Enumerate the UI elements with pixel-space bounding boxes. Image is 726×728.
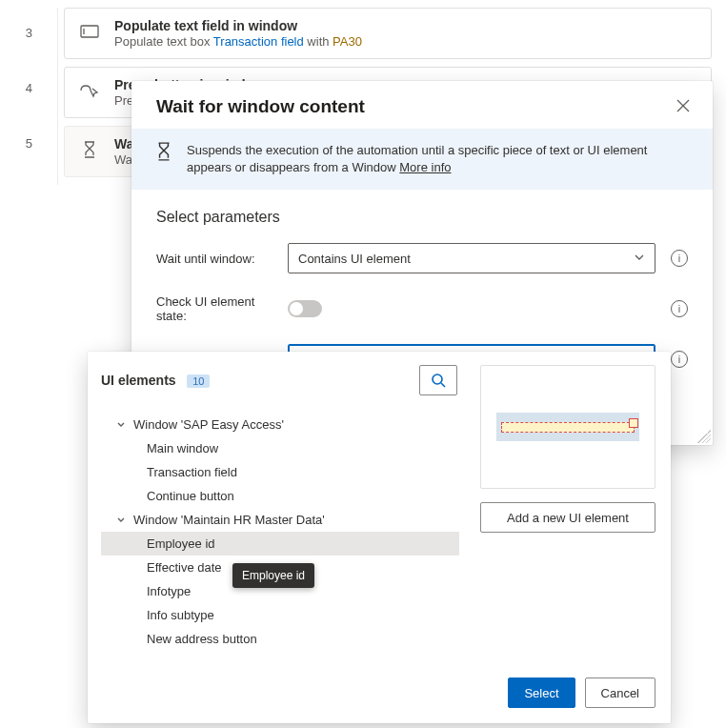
info-banner: Suspends the execution of the automation… (131, 129, 713, 190)
param-label-check-state: Check UI element state: (156, 294, 280, 323)
svg-line-5 (441, 383, 445, 387)
tree-window-node[interactable]: Window 'Maintain HR Master Data' (101, 508, 459, 532)
chevron-down-icon (116, 516, 130, 525)
step-title: Populate text field in window (114, 18, 362, 33)
select-button[interactable]: Select (508, 677, 575, 708)
step-number: 4 (0, 72, 46, 128)
search-button[interactable] (419, 365, 457, 395)
add-ui-element-button[interactable]: Add a new UI element (480, 502, 655, 533)
count-badge: 10 (187, 374, 210, 388)
tree-item[interactable]: Main window (101, 436, 459, 460)
cancel-button[interactable]: Cancel (585, 677, 655, 708)
chevron-down-icon (116, 420, 130, 430)
step-subtitle: Populate text box Transaction field with… (114, 34, 362, 49)
element-preview (480, 365, 655, 489)
tree-window-node[interactable]: Window 'SAP Easy Access' (101, 413, 459, 436)
svg-point-4 (433, 374, 442, 384)
param-label-wait-until: Wait until window: (156, 252, 280, 266)
hourglass-icon (78, 138, 101, 161)
tree-item[interactable]: Effective date (101, 556, 459, 579)
hourglass-icon (156, 142, 171, 176)
ui-element-picker: UI elements 10 Window 'SAP Easy Access' … (88, 352, 671, 723)
cursor-press-icon (78, 79, 101, 102)
tree-item[interactable]: Infotype (101, 579, 459, 603)
check-state-toggle[interactable] (288, 300, 322, 317)
close-icon[interactable] (676, 99, 692, 114)
ui-element-tree: Window 'SAP Easy Access' Main window Tra… (101, 413, 459, 651)
info-icon[interactable]: i (671, 351, 688, 368)
tree-item[interactable]: Info subtype (101, 603, 459, 627)
chevron-down-icon (634, 252, 645, 266)
step-card[interactable]: Populate text field in window Populate t… (64, 8, 712, 59)
step-number: 5 (0, 128, 46, 183)
wait-until-select[interactable]: Contains UI element (288, 243, 655, 273)
info-icon[interactable]: i (671, 300, 688, 317)
more-info-link[interactable]: More info (399, 160, 451, 174)
section-heading: Select parameters (156, 209, 688, 226)
resize-grip[interactable] (697, 430, 711, 443)
picker-title: UI elements (101, 373, 176, 388)
dialog-title: Wait for window content (156, 96, 365, 117)
tree-item[interactable]: New address button (101, 627, 459, 651)
step-number: 3 (0, 17, 46, 72)
info-icon[interactable]: i (671, 250, 688, 267)
textbox-icon (78, 20, 101, 43)
tree-item[interactable]: Continue button (101, 484, 459, 508)
tree-item[interactable]: Employee id (101, 532, 459, 556)
tree-item[interactable]: Transaction field (101, 460, 459, 484)
